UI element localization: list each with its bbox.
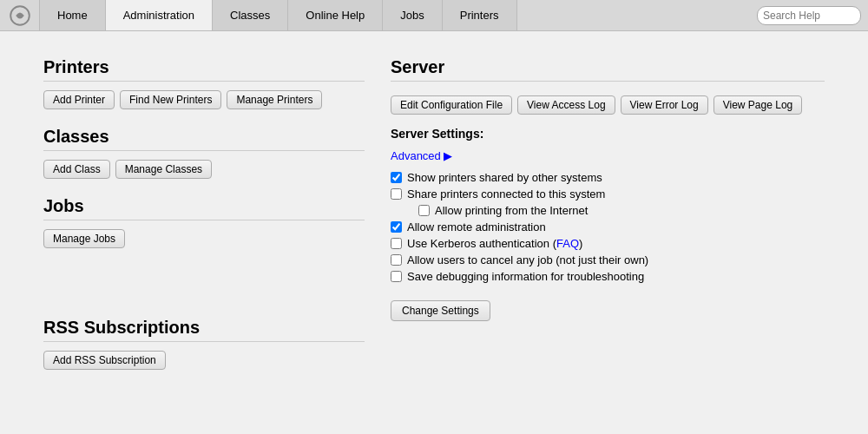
server-title: Server bbox=[391, 57, 825, 82]
manage-classes-button[interactable]: Manage Classes bbox=[115, 160, 212, 179]
view-page-log-button[interactable]: View Page Log bbox=[713, 95, 803, 115]
cups-logo-icon bbox=[10, 5, 30, 26]
find-new-printers-button[interactable]: Find New Printers bbox=[120, 90, 221, 109]
right-column: Server Edit Configuration FileView Acces… bbox=[391, 57, 825, 387]
printers-section-title: Printers bbox=[43, 57, 365, 82]
nav-tab-printers[interactable]: Printers bbox=[443, 0, 517, 30]
logo bbox=[0, 0, 40, 30]
manage-printers-button[interactable]: Manage Printers bbox=[227, 90, 322, 109]
search-area bbox=[750, 0, 868, 30]
rss-button-row: Add RSS Subscription bbox=[43, 351, 365, 370]
nav-tab-jobs[interactable]: Jobs bbox=[383, 0, 442, 30]
checkbox-item-1: Share printers connected to this system bbox=[391, 187, 825, 201]
checkbox-item-2: Allow printing from the Internet bbox=[418, 204, 825, 217]
nav-tab-online-help[interactable]: Online Help bbox=[288, 0, 383, 30]
nav-tab-classes[interactable]: Classes bbox=[213, 0, 288, 30]
checkbox-3[interactable] bbox=[391, 221, 402, 233]
checkbox-item-4: Use Kerberos authentication (FAQ) bbox=[391, 237, 825, 250]
advanced-label: Advanced bbox=[391, 149, 441, 162]
checkbox-item-5: Allow users to cancel any job (not just … bbox=[391, 253, 825, 266]
advanced-link[interactable]: Advanced ▶ bbox=[391, 149, 452, 162]
checkbox-item-6: Save debugging information for troublesh… bbox=[391, 270, 825, 283]
checkbox-6[interactable] bbox=[391, 271, 402, 282]
checkbox-item-0: Show printers shared by other systems bbox=[391, 171, 825, 184]
nav-tabs: HomeAdministrationClassesOnline HelpJobs… bbox=[40, 0, 517, 30]
view-error-log-button[interactable]: View Error Log bbox=[621, 95, 708, 115]
edit-configuration-file-button[interactable]: Edit Configuration File bbox=[391, 95, 512, 115]
checkbox-label-0: Show printers shared by other systems bbox=[407, 171, 602, 184]
checkbox-4[interactable] bbox=[391, 238, 402, 249]
rss-section-title: RSS Subscriptions bbox=[43, 318, 365, 342]
server-settings-checkboxes: Show printers shared by other systemsSha… bbox=[391, 171, 825, 283]
classes-button-row: Add ClassManage Classes bbox=[43, 160, 365, 179]
checkbox-5[interactable] bbox=[391, 254, 402, 266]
checkbox-label-5: Allow users to cancel any job (not just … bbox=[407, 253, 648, 266]
advanced-arrow: ▶ bbox=[444, 149, 452, 162]
add-printer-button[interactable]: Add Printer bbox=[43, 90, 115, 109]
checkbox-label-3: Allow remote administration bbox=[407, 220, 546, 233]
add-rss-subscription-button[interactable]: Add RSS Subscription bbox=[43, 351, 166, 370]
view-access-log-button[interactable]: View Access Log bbox=[517, 95, 615, 115]
checkbox-2[interactable] bbox=[418, 205, 430, 216]
left-column: Printers Add PrinterFind New PrintersMan… bbox=[43, 57, 391, 387]
server-settings-label: Server Settings: bbox=[391, 127, 825, 141]
checkbox-0[interactable] bbox=[391, 172, 402, 183]
search-input[interactable] bbox=[757, 6, 861, 25]
checkbox-label-4: Use Kerberos authentication (FAQ) bbox=[407, 237, 582, 250]
manage-jobs-button[interactable]: Manage Jobs bbox=[43, 229, 125, 248]
checkbox-1[interactable] bbox=[391, 188, 402, 200]
printers-button-row: Add PrinterFind New PrintersManage Print… bbox=[43, 90, 365, 109]
faq-link[interactable]: FAQ bbox=[556, 237, 579, 250]
nav-tab-administration[interactable]: Administration bbox=[106, 0, 213, 30]
add-class-button[interactable]: Add Class bbox=[43, 160, 110, 179]
log-button-row: Edit Configuration FileView Access LogVi… bbox=[391, 95, 825, 115]
jobs-section-title: Jobs bbox=[43, 196, 365, 220]
checkbox-label-1: Share printers connected to this system bbox=[407, 187, 605, 201]
checkbox-item-3: Allow remote administration bbox=[391, 220, 825, 233]
checkbox-label-2: Allow printing from the Internet bbox=[435, 204, 588, 217]
change-settings-button[interactable]: Change Settings bbox=[391, 300, 490, 321]
navigation-bar: HomeAdministrationClassesOnline HelpJobs… bbox=[0, 0, 868, 31]
classes-section-title: Classes bbox=[43, 127, 365, 151]
nav-tab-home[interactable]: Home bbox=[40, 0, 106, 30]
checkbox-label-6: Save debugging information for troublesh… bbox=[407, 270, 644, 283]
jobs-button-row: Manage Jobs bbox=[43, 229, 365, 248]
